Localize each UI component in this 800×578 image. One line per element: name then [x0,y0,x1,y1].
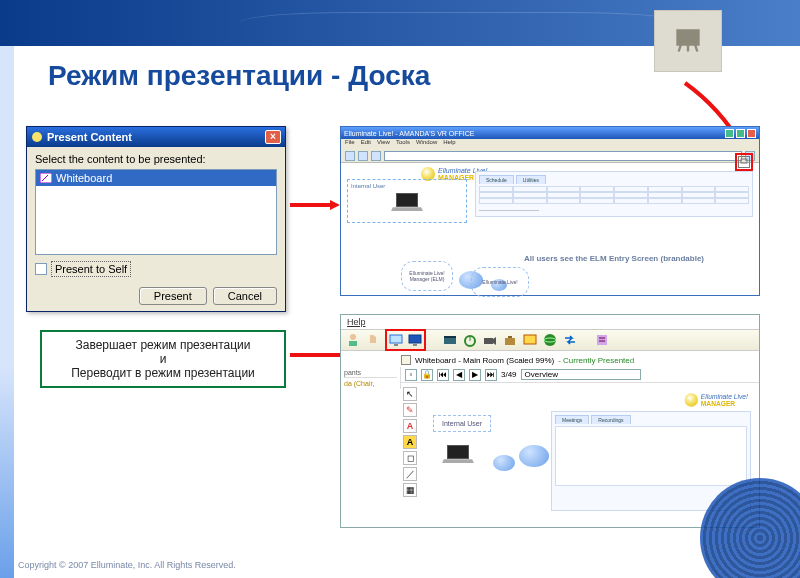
participants-panel: pants da (Chair, [341,367,401,389]
present-to-self-label: Present to Self [51,261,131,277]
whiteboard-canvas[interactable]: Elluminate Live!MANAGER Internal User Me… [423,385,759,389]
explanation-line3: Переводит в режим презентации [52,366,274,380]
help-menu[interactable]: Help [341,315,759,329]
view-selector[interactable]: Overview [521,369,641,380]
svg-rect-15 [413,344,417,346]
bubble-icon [493,455,515,471]
present-mode-icon-box [654,10,722,72]
svg-rect-11 [349,341,357,346]
close-icon[interactable] [747,129,756,138]
tab-utilities[interactable]: Utilities [516,175,546,184]
new-page-icon[interactable]: ▫ [405,369,417,381]
list-item-whiteboard[interactable]: Whiteboard [36,170,276,186]
browser-menu: File Edit View Tools Window Help [341,139,759,149]
bulb-icon [684,393,697,406]
first-page-button[interactable]: ⏮ [437,369,449,381]
profile-icon[interactable] [345,332,361,348]
cloud-elive: Elluminate Live! [471,267,529,297]
page-counter: 3/49 [501,370,517,379]
forward-icon[interactable] [358,151,368,161]
menu-item[interactable]: Tools [396,139,410,149]
main-toolbar [341,329,759,351]
transfer-icon[interactable] [562,332,578,348]
pointer-tool-icon[interactable]: ↖ [403,387,417,401]
back-icon[interactable] [345,151,355,161]
dialog-titlebar: Present Content × [27,127,285,147]
dialog-label: Select the content to be presented: [35,153,277,165]
dialog-title: Present Content [47,131,132,143]
next-page-button[interactable]: ▶ [469,369,481,381]
film-icon[interactable] [442,332,458,348]
svg-marker-6 [330,200,340,210]
whiteboard-icon [40,173,52,183]
pen-tool-icon[interactable]: ✎ [403,403,417,417]
app-icon [31,131,43,143]
arrow-right-1-icon [290,200,340,210]
svg-rect-0 [678,31,699,45]
svg-rect-23 [508,336,512,338]
note-icon[interactable] [594,332,610,348]
menu-item[interactable]: View [377,139,390,149]
close-button[interactable]: × [265,130,281,144]
laptop-icon [443,445,473,467]
fill-text-tool-icon[interactable]: A [403,435,417,449]
elluminate-toolbar-screenshot: Help Whiteboard - Main Room (Scaled 99%)… [340,314,760,528]
tab-schedule[interactable]: Schedule [479,175,514,184]
camera-icon[interactable] [482,332,498,348]
enter-present-button[interactable] [407,332,423,348]
globe-icon[interactable] [542,332,558,348]
minimize-icon[interactable] [725,129,734,138]
svg-rect-14 [409,335,421,343]
menu-item[interactable]: Help [443,139,455,149]
explanation-line2: и [52,352,274,366]
prev-page-button[interactable]: ◀ [453,369,465,381]
present-mode-button[interactable] [738,156,750,168]
collapse-icon[interactable] [401,355,411,365]
svg-rect-20 [484,338,493,344]
svg-rect-22 [505,338,515,345]
menu-item[interactable]: File [345,139,355,149]
svg-rect-17 [444,336,456,338]
cancel-button[interactable]: Cancel [213,287,277,305]
image-tool-icon[interactable]: ▦ [403,483,417,497]
text-tool-icon[interactable]: A [403,419,417,433]
explanation-line1: Завершает режим презентации [52,338,274,352]
exit-present-button[interactable] [388,332,404,348]
menu-item[interactable]: Edit [361,139,371,149]
footer-copyright: Copyright © 2007 Elluminate, Inc. All Ri… [18,560,236,570]
maximize-icon[interactable] [736,129,745,138]
present-mode-button-highlight [735,153,753,171]
internal-user-label: Internal User [351,183,463,189]
present-to-self-checkbox[interactable] [35,263,47,275]
menu-item[interactable]: Window [416,139,437,149]
elm-browser-screenshot: Elluminate Live! - AMANDA'S VR OFFICE Fi… [340,126,760,296]
address-bar[interactable] [384,151,742,161]
svg-point-25 [544,334,556,346]
timer-icon[interactable] [462,332,478,348]
last-page-button[interactable]: ⏭ [485,369,497,381]
shape-tool-icon[interactable]: ◻ [403,451,417,465]
screen-share-icon[interactable] [522,332,538,348]
line-tool-icon[interactable]: ／ [403,467,417,481]
svg-marker-21 [493,337,496,345]
slide-left-band [0,46,14,578]
participant-name: da (Chair, [344,380,397,387]
svg-rect-27 [597,335,607,345]
raise-hand-icon[interactable] [365,332,381,348]
refresh-icon[interactable] [371,151,381,161]
briefcase-icon[interactable] [502,332,518,348]
svg-rect-12 [390,335,402,343]
svg-point-10 [350,334,356,340]
elluminate-logo: Elluminate Live!MANAGER [684,393,747,406]
calendar-grid [479,186,749,204]
tab-meetings[interactable]: Meetings [555,415,589,424]
svg-rect-7 [741,159,747,163]
lock-icon[interactable]: 🔒 [421,369,433,381]
tab-recordings[interactable]: Recordings [591,415,630,424]
content-list[interactable]: Whiteboard [35,169,277,255]
tool-palette: ↖ ✎ A A ◻ ／ ▦ [401,385,419,499]
laptop-icon [392,193,422,215]
present-button[interactable]: Present [139,287,207,305]
whiteboard-header: Whiteboard - Main Room (Scaled 99%) - Cu… [401,355,759,365]
participants-header: pants [344,369,397,378]
